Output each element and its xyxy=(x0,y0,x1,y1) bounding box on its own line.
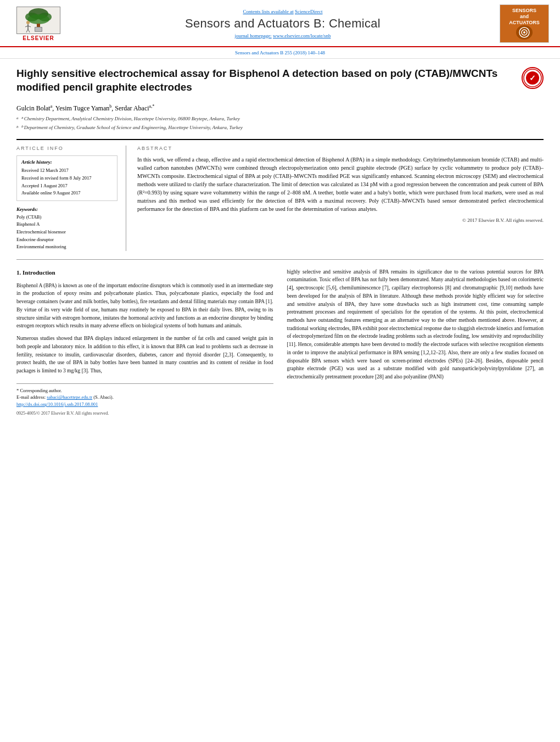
keywords-label: Keywords: xyxy=(16,207,117,212)
homepage-link[interactable]: www.elsevier.com/locate/snb xyxy=(273,33,331,38)
sensors-icon xyxy=(516,25,533,40)
journal-title: Sensors and Actuators B: Chemical xyxy=(77,16,489,31)
article-info-label: ARTICLE INFO xyxy=(16,146,117,151)
accepted-date: Accepted 1 August 2017 xyxy=(21,182,113,190)
abstract-col: ABSTRACT In this work, we offered a chea… xyxy=(137,146,544,250)
doi-link[interactable]: http://dx.doi.org/10.1016/j.snb.2017.08.… xyxy=(16,401,98,407)
keyword-5: Environmental monitoring xyxy=(16,243,117,251)
keyword-3: Electrochemical biosensor xyxy=(16,228,117,236)
main-content: Highly sensitive electrochemical assay f… xyxy=(0,59,560,426)
affiliation-a: a ᵃ Chemistry Department, Analytical Che… xyxy=(16,115,544,124)
svg-point-4 xyxy=(27,14,49,24)
sensors-actuators-logo: SENSORS and ACTUATORS xyxy=(500,4,549,43)
svg-point-16 xyxy=(523,31,525,34)
elsevier-tree-svg xyxy=(17,7,60,34)
article-title-section: Highly sensitive electrochemical assay f… xyxy=(16,67,544,98)
article-meta-bar: Sensors and Actuators B 255 (2018) 140–1… xyxy=(0,47,560,59)
journal-header: ELSEVIER Contents lists available at Sci… xyxy=(0,0,560,47)
page: ELSEVIER Contents lists available at Sci… xyxy=(0,0,560,742)
keyword-4: Endocrine disruptor xyxy=(16,236,117,244)
sensors-top-text: SENSORS and ACTUATORS xyxy=(509,8,540,25)
sensors-icon-svg xyxy=(518,26,530,38)
sensors-logo-inner: SENSORS and ACTUATORS xyxy=(500,5,548,42)
footnote-area: * Corresponding author. E-mail address: … xyxy=(16,383,273,417)
article-info-col: ARTICLE INFO Article history: Received 1… xyxy=(16,146,126,250)
abstract-copyright: © 2017 Elsevier B.V. All rights reserved… xyxy=(137,217,544,223)
elsevier-logo-image xyxy=(16,7,60,34)
journal-homepage: journal homepage: www.elsevier.com/locat… xyxy=(77,33,489,38)
body-right-col: highly selective and sensitive analysis … xyxy=(287,268,544,417)
crossmark-logo: ✓ xyxy=(522,67,544,89)
article-history-box: Article history: Received 12 March 2017 … xyxy=(16,155,117,200)
authors-line: Gulcin Bolata, Yesim Tugce Yamanb, Serda… xyxy=(16,104,544,113)
sciencedirect-link[interactable]: ScienceDirect xyxy=(295,9,322,14)
keyword-1: Poly (CTAB) xyxy=(16,214,117,221)
email-note: E-mail address: sabaci@hacettepe.edu.tr … xyxy=(16,394,273,401)
corresponding-note: * Corresponding author. xyxy=(16,387,273,394)
article-title: Highly sensitive electrochemical assay f… xyxy=(16,67,522,94)
svg-point-6 xyxy=(26,21,30,24)
received-date: Received 12 March 2017 xyxy=(21,167,113,175)
svg-text:✓: ✓ xyxy=(529,74,536,82)
available-date: Available online 9 August 2017 xyxy=(21,189,113,197)
contents-available: Contents lists available at ScienceDirec… xyxy=(77,9,489,14)
svg-rect-13 xyxy=(35,27,42,31)
header-center: Contents lists available at ScienceDirec… xyxy=(66,9,500,38)
intro-paragraph-2: Numerous studies showed that BPA display… xyxy=(16,334,273,375)
history-label: Article history: xyxy=(21,159,113,165)
intro-paragraph-1: Bisphenol A (BPA) is known as one of the… xyxy=(16,282,273,330)
article-info-abstract: ARTICLE INFO Article history: Received 1… xyxy=(16,139,544,250)
intro-heading: 1. Introduction xyxy=(16,268,273,277)
body-content: 1. Introduction Bisphenol A (BPA) is kno… xyxy=(16,268,544,417)
keyword-2: Bisphenol A xyxy=(16,221,117,228)
abstract-text: In this work, we offered a cheap, effect… xyxy=(137,155,544,213)
doi-line: http://dx.doi.org/10.1016/j.snb.2017.08.… xyxy=(16,401,273,408)
crossmark-svg: ✓ xyxy=(523,68,542,88)
elsevier-label: ELSEVIER xyxy=(23,35,54,41)
affiliation-b: b ᵇ Department of Chemistry, Graduate Sc… xyxy=(16,124,544,133)
section-divider xyxy=(16,259,544,260)
abstract-label: ABSTRACT xyxy=(137,146,544,151)
intro-right-paragraph-1: highly selective and sensitive analysis … xyxy=(287,268,544,381)
body-left-col: 1. Introduction Bisphenol A (BPA) is kno… xyxy=(16,268,273,417)
affiliations: a ᵃ Chemistry Department, Analytical Che… xyxy=(16,115,544,132)
revised-date: Received in revised form 8 July 2017 xyxy=(21,175,113,182)
elsevier-logo: ELSEVIER xyxy=(11,7,66,41)
email-link[interactable]: sabaci@hacettepe.edu.tr xyxy=(47,394,92,400)
footer-copyright: 0925-4005/© 2017 Elsevier B.V. All right… xyxy=(16,410,273,417)
